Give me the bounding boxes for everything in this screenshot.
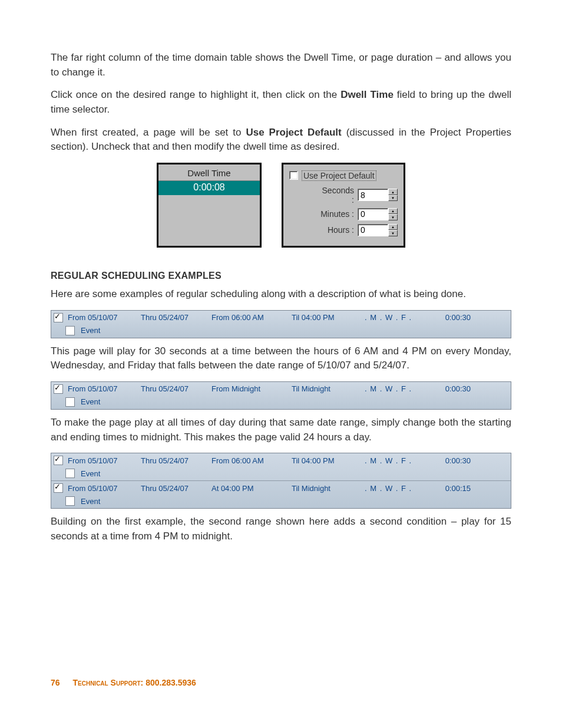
schedule-event-checkbox[interactable] — [65, 496, 75, 506]
schedule-row-checkbox[interactable] — [54, 384, 63, 394]
hours-spin-up[interactable]: ▲ — [388, 224, 398, 230]
schedule-from-date: From 05/10/07 — [68, 384, 141, 393]
schedule-dwell: 0:00:30 — [429, 384, 471, 393]
schedule-row[interactable]: From 05/10/07Thru 05/24/07From 06:00 AMT… — [51, 453, 511, 467]
schedule-thru-date: Thru 05/24/07 — [141, 456, 211, 465]
schedule-row-checkbox[interactable] — [54, 483, 63, 493]
schedule-from-time: At 04:00 PM — [211, 484, 292, 493]
schedule-thru-date: Thru 05/24/07 — [141, 384, 211, 393]
schedule-row[interactable]: From 05/10/07Thru 05/24/07From 06:00 AMT… — [51, 311, 511, 325]
schedule-from-time: From Midnight — [211, 384, 292, 393]
schedule-event-label: Event — [81, 326, 100, 335]
schedule-til-time: Til 04:00 PM — [292, 313, 365, 322]
schedule-dwell: 0:00:15 — [429, 484, 471, 493]
dwell-time-header: Dwell Time — [158, 164, 260, 181]
minutes-spin-up[interactable]: ▲ — [388, 208, 398, 215]
schedule-days: . M . W . F . — [365, 384, 429, 393]
seconds-spin-up[interactable]: ▲ — [388, 189, 398, 195]
schedule-event-subrow: Event — [51, 495, 511, 508]
schedule-dwell: 0:00:30 — [429, 456, 471, 465]
minutes-spin-down[interactable]: ▼ — [388, 214, 398, 220]
seconds-input[interactable] — [358, 189, 388, 201]
body-paragraph-example-1: This page will play for 30 seconds at a … — [51, 344, 511, 373]
schedule-row-checkbox[interactable] — [54, 456, 63, 465]
dwell-time-value[interactable]: 0:00:08 — [158, 181, 260, 195]
schedule-thru-date: Thru 05/24/07 — [141, 484, 211, 493]
schedule-from-time: From 06:00 AM — [211, 313, 292, 322]
p3-bold: Use Project Default — [246, 127, 341, 138]
body-paragraph-example-3: Building on the first example, the secon… — [51, 515, 511, 543]
schedule-days: . M . W . F . — [365, 313, 429, 322]
hours-spin-down[interactable]: ▼ — [388, 230, 398, 236]
schedule-row-checkbox[interactable] — [54, 313, 63, 322]
schedule-event-checkbox[interactable] — [65, 397, 75, 407]
seconds-spin-down[interactable]: ▼ — [388, 195, 398, 202]
hours-input[interactable] — [358, 224, 388, 236]
use-project-default-label: Use Project Default — [302, 170, 376, 181]
schedule-thru-date: Thru 05/24/07 — [141, 313, 211, 322]
schedule-til-time: Til Midnight — [292, 384, 365, 393]
p2-text-a: Click once on the desired range to highl… — [51, 89, 340, 100]
body-paragraph-4: Here are some examples of regular schedu… — [51, 287, 511, 302]
schedule-days: . M . W . F . — [365, 456, 429, 465]
schedule-row[interactable]: From 05/10/07Thru 05/24/07At 04:00 PMTil… — [51, 481, 511, 495]
schedule-event-label: Event — [81, 497, 100, 506]
schedule-event-subrow: Event — [51, 396, 511, 409]
schedule-event-subrow: Event — [51, 467, 511, 480]
minutes-label: Minutes : — [318, 209, 354, 219]
schedule-dwell: 0:00:30 — [429, 313, 471, 322]
dwell-time-figure: Dwell Time 0:00:08 Use Project Default S… — [51, 163, 511, 248]
schedule-til-time: Til Midnight — [292, 484, 365, 493]
schedule-from-date: From 05/10/07 — [68, 484, 141, 493]
schedule-til-time: Til 04:00 PM — [292, 456, 365, 465]
schedule-from-time: From 06:00 AM — [211, 456, 292, 465]
body-paragraph-2: Click once on the desired range to highl… — [51, 88, 511, 117]
schedule-event-subrow: Event — [51, 325, 511, 338]
use-project-default-checkbox[interactable] — [289, 171, 298, 180]
schedule-example-block: From 05/10/07Thru 05/24/07From 06:00 AMT… — [51, 310, 511, 338]
body-paragraph-3: When first created, a page will be set t… — [51, 126, 511, 154]
schedule-event-checkbox[interactable] — [65, 469, 75, 478]
schedule-from-date: From 05/10/07 — [68, 456, 141, 465]
schedule-example-block: From 05/10/07Thru 05/24/07From MidnightT… — [51, 381, 511, 410]
schedule-event-checkbox[interactable] — [65, 326, 75, 335]
body-paragraph-1: The far right column of the time domain … — [51, 51, 511, 80]
minutes-input[interactable] — [358, 208, 388, 220]
schedule-event-label: Event — [81, 397, 100, 406]
schedule-event-label: Event — [81, 469, 100, 478]
schedule-example-block: From 05/10/07Thru 05/24/07From 06:00 AMT… — [51, 453, 511, 509]
seconds-label: Seconds : — [318, 186, 354, 205]
section-heading-regular-scheduling-examples: Regular Scheduling Examples — [51, 269, 511, 282]
schedule-row[interactable]: From 05/10/07Thru 05/24/07From MidnightT… — [51, 382, 511, 396]
dwell-time-selector-panel: Use Project Default Seconds : ▲ ▼ Minute… — [282, 163, 405, 248]
hours-label: Hours : — [318, 225, 354, 235]
dwell-time-column-panel: Dwell Time 0:00:08 — [157, 163, 262, 248]
body-paragraph-example-2: To make the page play at all times of da… — [51, 416, 511, 444]
schedule-days: . M . W . F . — [365, 484, 429, 493]
p3-text-a: When first created, a page will be set t… — [51, 127, 246, 138]
schedule-from-date: From 05/10/07 — [68, 313, 141, 322]
p2-bold: Dwell Time — [340, 89, 394, 100]
